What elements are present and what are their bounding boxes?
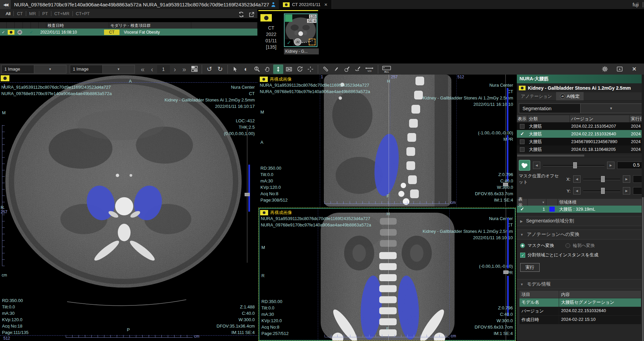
opacity-slider[interactable] [543,162,604,169]
coronal-overlay-topright: Nura Center CT Kidney - Gallbladder Ston… [423,215,513,241]
recon-label-row: 再構成画像 [260,209,292,216]
axial-ct-image [0,75,257,341]
cine-tool[interactable] [284,65,294,74]
back-button[interactable]: ◀◀ [0,0,11,9]
title-bar: ◀◀ NURA_09768e9170bc97fe140a906ae4ae49b8… [0,0,644,9]
settings-gear-icon[interactable] [600,65,610,74]
offset-x-increase-button[interactable]: ▶ [623,175,630,183]
offset-y-increase-button[interactable]: ▶ [623,187,630,195]
section-annotation-convert[interactable]: ▼ アノテーションへの変換 [517,229,644,240]
undo-button[interactable]: ↺ [204,65,214,74]
first-page-button[interactable]: « [138,65,147,74]
run-button[interactable]: 実行 [520,263,540,272]
panel-scrollbar[interactable] [642,75,644,341]
slice-range-indicator [248,165,250,212]
svg-text:ALL: ALL [384,70,389,73]
opacity-value[interactable]: 0.5 [617,162,642,169]
visibility-checkbox[interactable] [520,147,525,152]
instance-per-region-checkbox[interactable]: ✓ [520,253,525,258]
zoom-tool[interactable] [252,65,262,74]
col-exam-datetime[interactable]: 検査日時 [46,22,109,29]
offset-y-thumb[interactable] [601,188,605,194]
sagittal-overlay-topright: Nura Center CT Kidney - Gallbladder Ston… [423,82,513,108]
external-link-icon[interactable] [248,11,255,18]
segmentation-type-select[interactable]: Segmentation ▼ [519,103,642,113]
tab-annotation[interactable]: アノテーション [517,92,556,100]
region-volume-label: 大腰筋 : 329.19mL [558,206,644,212]
orientation-marker-left: M [260,109,264,115]
panel-scrollbar-thumb[interactable] [642,197,644,341]
offset-label: マスク位置のオフセット [519,173,562,185]
filter-tab-ctmr[interactable]: CT+MR [51,11,72,16]
viewport-sagittal[interactable]: 再構成画像 1 257 512 H NURA_91a9539112bc8076d… [258,75,516,207]
tab-close-icon[interactable]: ✕ [324,2,328,7]
roi-circle-tool[interactable] [342,65,352,74]
viewport-coronal[interactable]: 再構成画像 H NURA_91a9539112bc8076dc70d9e1169… [258,208,516,341]
opacity-decrease-button[interactable]: ◀ [533,162,540,169]
opacity-increase-button[interactable]: ▶ [607,162,614,169]
region-volume-row[interactable]: ✓ 1 大腰筋 : 329.19mL [517,206,644,213]
ai-result-row[interactable]: 大腰筋 2345678901234567890 2024 [517,138,644,145]
section-model-info[interactable]: ▼ モデル情報 [517,279,644,289]
study-tab[interactable]: CT 2022/01/11 ✕ [279,0,332,9]
series-caption: Kidney - G... [284,48,319,54]
pointer-tool[interactable] [230,65,240,74]
ai-result-row-selected[interactable]: ✓ 大腰筋 2024.02.22.151032640 2024 [517,130,644,138]
scroll-tool[interactable] [273,65,283,74]
offset-x-thumb[interactable] [601,176,605,182]
layout-select-2[interactable]: 1 Image ▼ [70,65,135,74]
model-info-row[interactable]: モデル名 大腰筋セグメンテーション [519,298,641,307]
filter-tab-ctpt[interactable]: CT+PT [72,11,93,16]
layout-grid-button[interactable] [189,65,199,74]
apply-all-button[interactable]: ALL [381,65,393,74]
ai-result-row[interactable]: 大腰筋 2024.01.18.110648205 2024 [517,145,644,153]
annotation-pen-tool[interactable] [331,65,341,74]
offset-x-slider[interactable] [583,175,620,183]
radio-convert-to-mask[interactable] [520,243,525,248]
close-icon[interactable]: ✕ [629,65,639,74]
localizer-tool[interactable] [305,65,315,74]
opacity-slider-thumb[interactable] [573,162,577,168]
refresh-icon[interactable] [238,11,245,18]
window-level-tool[interactable]: ◐ [241,65,251,74]
back-icon: ◀◀ [3,2,7,7]
visibility-checkbox[interactable] [520,139,525,144]
panel-toggle-icon[interactable] [614,65,625,74]
roi-freehand-tool[interactable] [353,65,363,74]
visibility-checkbox[interactable] [520,124,525,129]
col-exam-group[interactable]: 検査項目群 [129,22,191,29]
visibility-checkbox[interactable]: ✓ [520,132,525,136]
prev-page-button[interactable]: ‹ [148,65,156,74]
filter-tab-mr[interactable]: MR [26,11,39,16]
pan-tool[interactable] [262,65,273,74]
radio-convert-to-contour[interactable] [565,243,570,248]
viewport-axial[interactable]: 1 NURA_91a9539112bc8076dc70d9e1169f24352… [0,75,257,341]
col-modality[interactable]: モダリティ [109,22,129,29]
ruler-tool[interactable] [320,65,331,74]
section-region-split[interactable]: ▶ Segmentation領域分割 [517,216,644,226]
mask-display-toggle[interactable] [519,160,530,171]
filter-tab-ct[interactable]: CT [13,11,26,16]
filter-tab-all[interactable]: All [3,11,13,16]
offset-y-decrease-button[interactable]: ◀ [573,187,581,195]
tab-ai-inference[interactable]: AI AI推定 [556,92,584,100]
offset-x-decrease-button[interactable]: ◀ [573,175,581,183]
ai-result-row[interactable]: 大腰筋 2024.02.22.151054207 2024 [517,122,644,130]
filter-tab-pt[interactable]: PT [39,11,51,16]
rotate-3d-tool[interactable] [295,65,305,74]
last-page-button[interactable]: » [180,65,189,74]
slice-scrollbar-thumb[interactable] [503,270,508,274]
series-thumbnail[interactable]: 135 SE:4 ✓ AI [284,13,317,47]
slice-scrollbar-thumb[interactable] [245,193,250,196]
offset-y-slider[interactable] [583,187,620,195]
model-info-row[interactable]: 作成日時 2024-02-22 15:10 [519,315,641,324]
region-visibility-checkbox[interactable]: ✓ [520,207,525,212]
study-row[interactable]: ✓ AI ✓ 2022/01/11 16:08:10 CT Visceral F… [0,29,257,36]
page-number-input[interactable]: 1 [157,65,170,73]
next-page-button[interactable]: › [170,65,179,74]
redo-button[interactable]: ↻ [215,65,225,74]
model-info-row[interactable]: バージョン 2024.02.22.151032640 [519,307,641,315]
ai-table-hscrollbar[interactable] [517,154,644,157]
layout-select-1[interactable]: 1 Image ▼ [1,65,66,74]
voi-tool[interactable]: VOI [363,65,376,74]
